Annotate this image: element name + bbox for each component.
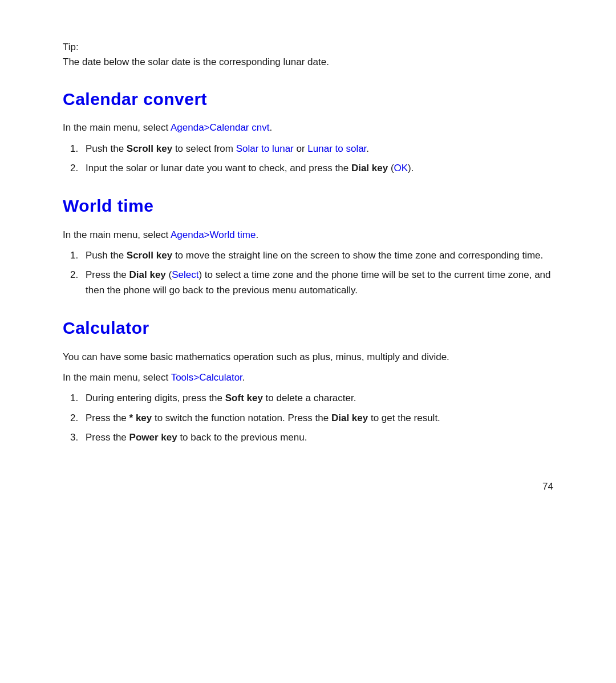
calendar-convert-intro-suffix: . [269,122,272,133]
calculator-intro-suffix: . [242,372,245,383]
calendar-convert-intro-prefix: In the main menu, select [63,122,171,133]
page-number: 74 [63,479,553,494]
world-time-intro-link: Agenda>World time [171,229,256,240]
calculator-intro: In the main menu, select Tools>Calculato… [63,370,553,385]
tip-section: Tip: The date below the solar date is th… [63,40,553,70]
world-time-intro-suffix: . [256,229,258,240]
calculator-section: Calculator You can have some basic mathe… [63,315,553,445]
world-time-section: World time In the main menu, select Agen… [63,193,553,298]
calculator-step-1: During entering digits, press the Soft k… [81,391,553,406]
tip-text: The date below the solar date is the cor… [63,56,329,67]
calculator-heading: Calculator [63,315,553,342]
world-time-intro-prefix: In the main menu, select [63,229,171,240]
world-time-intro: In the main menu, select Agenda>World ti… [63,228,553,243]
calendar-convert-step-1: Push the Scroll key to select from Solar… [81,142,553,156]
calculator-step-3: Press the Power key to back to the previ… [81,430,553,445]
calculator-intro-prefix: In the main menu, select [63,372,171,383]
calendar-convert-intro-link: Agenda>Calendar cnvt [171,122,269,133]
calendar-convert-intro: In the main menu, select Agenda>Calendar… [63,120,553,135]
calculator-steps: During entering digits, press the Soft k… [81,391,553,445]
calendar-convert-steps: Push the Scroll key to select from Solar… [81,142,553,176]
calculator-intro-link: Tools>Calculator [171,372,242,383]
calculator-description: You can have some basic mathematics oper… [63,350,553,365]
world-time-step-2: Press the Dial key (Select) to select a … [81,268,553,298]
calendar-convert-section: Calendar convert In the main menu, selec… [63,86,553,176]
world-time-step-1: Push the Scroll key to move the straight… [81,248,553,263]
calculator-step-2: Press the * key to switch the function n… [81,411,553,426]
calendar-convert-heading: Calendar convert [63,86,553,113]
world-time-heading: World time [63,193,553,220]
tip-label: Tip: [63,42,79,52]
world-time-steps: Push the Scroll key to move the straight… [81,248,553,298]
calendar-convert-step-2: Input the solar or lunar date you want t… [81,161,553,176]
